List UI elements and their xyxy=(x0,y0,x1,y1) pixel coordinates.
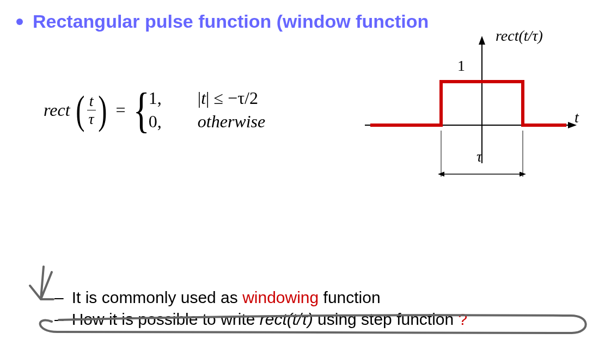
rect-definition: rect ( t τ ) = { 1, |t| ≤ −τ/2 0, otherw… xyxy=(44,87,265,133)
equals: = xyxy=(116,100,126,120)
open-paren-icon: ( xyxy=(76,94,84,126)
bullet-icon xyxy=(16,18,23,25)
brace-icon: { xyxy=(133,93,149,127)
note-1-prefix: It is commonly used as xyxy=(72,288,242,306)
note-1-suffix: function xyxy=(319,288,380,306)
dash-icon: – xyxy=(54,288,64,307)
dash-icon: – xyxy=(54,310,64,329)
note-2-text: How it is possible to write rect(t/τ) us… xyxy=(72,310,468,329)
case1-value: 1, xyxy=(149,87,170,110)
cases: 1, |t| ≤ −τ/2 0, otherwise xyxy=(149,87,265,133)
close-paren-icon: ) xyxy=(98,94,107,126)
width-label: τ xyxy=(476,148,482,165)
frac-bot: τ xyxy=(87,110,96,128)
case2-condition: otherwise xyxy=(198,110,265,133)
note-2-prefix: How it is possible to write xyxy=(72,310,260,328)
rect-plot-svg xyxy=(359,27,588,190)
note-1-highlight: windowing xyxy=(242,288,319,306)
rect-plot: rect(t/τ) 1 t τ xyxy=(359,27,588,190)
one-tick: 1 xyxy=(457,57,465,75)
notes-list: – It is commonly used as windowing funct… xyxy=(22,288,594,332)
case2-value: 0, xyxy=(149,110,170,133)
rect-curve xyxy=(370,82,566,125)
rect-func-name: rect xyxy=(44,100,70,120)
xaxis-label: t xyxy=(575,109,579,126)
case-2: 0, otherwise xyxy=(149,110,265,133)
abs-var: t xyxy=(201,88,206,108)
frac-top: t xyxy=(87,92,96,110)
lhs-fraction: t τ xyxy=(87,92,96,128)
note-1: – It is commonly used as windowing funct… xyxy=(22,288,594,307)
note-2-italic: rect(t/τ) xyxy=(260,310,313,328)
case-1: 1, |t| ≤ −τ/2 xyxy=(149,87,265,110)
note-2: – How it is possible to write rect(t/τ) … xyxy=(22,310,594,329)
yaxis-label: rect(t/τ) xyxy=(496,27,543,45)
case1-condition: |t| ≤ −τ/2 xyxy=(198,87,258,110)
note-2-qmark: ? xyxy=(459,310,468,328)
note-2-suffix: using step function xyxy=(313,310,459,328)
note-1-text: It is commonly used as windowing functio… xyxy=(72,288,381,307)
